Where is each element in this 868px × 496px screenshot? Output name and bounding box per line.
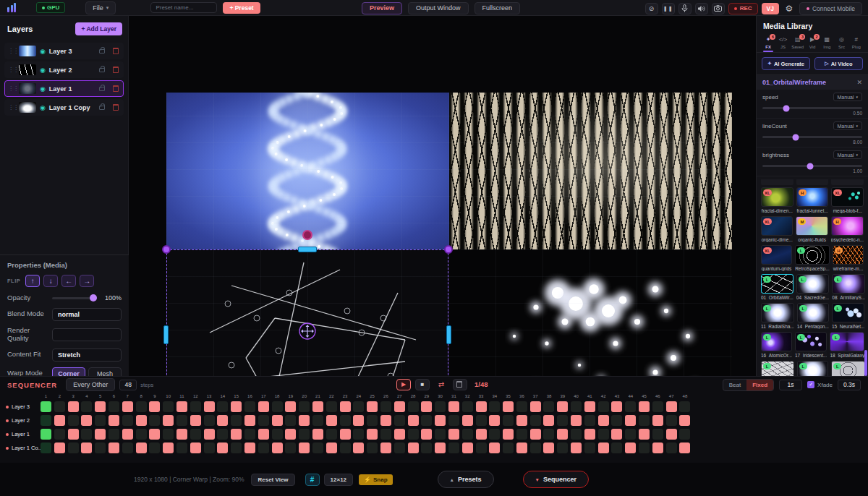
step-cell[interactable] [41, 415, 51, 426]
step-cell[interactable] [136, 442, 147, 453]
step-cell[interactable] [639, 442, 650, 453]
step-cell[interactable] [557, 442, 568, 453]
step-cell[interactable] [95, 415, 106, 426]
step-cell[interactable] [598, 401, 609, 412]
media-scrollbar[interactable] [864, 350, 867, 376]
step-cell[interactable] [476, 442, 487, 453]
step-cell[interactable] [204, 442, 215, 453]
opacity-slider[interactable] [52, 297, 97, 299]
step-cell[interactable] [571, 415, 582, 426]
step-cell[interactable] [516, 401, 527, 412]
step-cell[interactable] [258, 401, 269, 412]
loop-icon[interactable]: ⇄ [434, 379, 448, 390]
step-cell[interactable] [394, 415, 405, 426]
visibility-eye-icon[interactable]: ◉ [40, 85, 46, 93]
step-cell[interactable] [136, 415, 147, 426]
reset-view-button[interactable]: Reset View [251, 474, 294, 486]
param-mode-select[interactable]: Manual ▾ [833, 121, 862, 130]
render-quality-select[interactable] [52, 328, 122, 341]
content-fit-select[interactable]: Stretch [52, 349, 122, 362]
connect-mobile-button[interactable]: Connect Mobile [799, 2, 862, 15]
step-cell[interactable] [244, 442, 255, 453]
step-cell[interactable] [231, 442, 242, 453]
step-cell[interactable] [41, 401, 51, 412]
xfade-checkbox[interactable]: ✓ [807, 381, 814, 388]
flip-up-button[interactable]: ↑ [25, 275, 40, 287]
step-cell[interactable] [584, 401, 595, 412]
trash-icon[interactable] [113, 104, 119, 111]
step-cell[interactable] [380, 415, 391, 426]
step-cell[interactable] [122, 429, 133, 440]
step-cell[interactable] [435, 415, 446, 426]
media-item[interactable]: XLquantum-grids [761, 245, 792, 271]
step-cell[interactable] [639, 401, 650, 412]
speaker-icon[interactable] [695, 3, 708, 14]
warp-handle-top-right[interactable] [444, 245, 453, 254]
edge-handle-top-center[interactable] [298, 247, 317, 252]
drag-handle-icon[interactable]: ⋮⋮ [8, 104, 15, 111]
step-cell[interactable] [476, 401, 487, 412]
step-cell[interactable] [95, 429, 106, 440]
step-cell[interactable] [176, 415, 187, 426]
edge-handle-left[interactable] [163, 325, 169, 344]
step-cell[interactable] [231, 429, 242, 440]
xfade-duration-input[interactable] [838, 380, 861, 390]
grid-toggle-icon[interactable]: # [305, 474, 320, 486]
step-cell[interactable] [421, 401, 432, 412]
layer2-quadrant-moire[interactable] [449, 93, 732, 249]
step-cell[interactable] [394, 442, 405, 453]
media-item[interactable]: Hwireframe-m... [833, 245, 864, 271]
layer1-quadrant-wireframe[interactable] [166, 249, 449, 376]
media-item[interactable]: L22_FractalAto... [761, 361, 794, 376]
media-item[interactable]: XLmega-blob-f... [831, 187, 864, 213]
step-cell[interactable] [326, 401, 337, 412]
step-cell[interactable] [462, 442, 473, 453]
step-cell[interactable] [258, 415, 269, 426]
param-slider[interactable] [762, 165, 862, 167]
step-cell[interactable] [516, 415, 527, 426]
step-cell[interactable] [353, 415, 364, 426]
param-slider[interactable] [762, 107, 862, 109]
presets-drawer-button[interactable]: ▲ Presets [438, 471, 494, 488]
drag-handle-icon[interactable]: ⋮⋮ [8, 67, 15, 73]
step-cell[interactable] [340, 415, 351, 426]
step-cell[interactable] [81, 401, 92, 412]
step-cell[interactable] [530, 429, 541, 440]
step-cell[interactable] [408, 415, 419, 426]
step-cell[interactable] [625, 442, 636, 453]
step-cell[interactable] [176, 429, 187, 440]
step-cell[interactable] [163, 401, 174, 412]
step-cell[interactable] [109, 415, 119, 426]
file-menu-button[interactable]: File ▾ [85, 1, 116, 14]
step-cell[interactable] [625, 415, 636, 426]
step-cell[interactable] [584, 415, 595, 426]
step-cell[interactable] [489, 401, 500, 412]
step-cell[interactable] [68, 415, 79, 426]
step-cell[interactable] [176, 401, 187, 412]
step-cell[interactable] [435, 429, 446, 440]
step-cell[interactable] [41, 429, 51, 440]
step-cell[interactable] [299, 401, 310, 412]
step-cell[interactable] [312, 429, 323, 440]
step-cell[interactable] [408, 401, 419, 412]
step-cell[interactable] [571, 429, 582, 440]
media-item[interactable]: XLfractal-dimen... [761, 187, 793, 213]
step-cell[interactable] [652, 415, 663, 426]
step-cell[interactable] [530, 442, 541, 453]
step-cell[interactable] [312, 442, 323, 453]
step-cell[interactable] [149, 401, 160, 412]
step-cell[interactable] [367, 442, 378, 453]
step-cell[interactable] [81, 442, 92, 453]
record-button[interactable]: REC [728, 3, 758, 14]
step-cell[interactable] [408, 429, 419, 440]
flip-down-button[interactable]: ↓ [43, 275, 58, 287]
step-cell[interactable] [462, 429, 473, 440]
step-cell[interactable] [666, 429, 677, 440]
step-cell[interactable] [122, 415, 133, 426]
step-cell[interactable] [679, 429, 690, 440]
step-cell[interactable] [611, 415, 622, 426]
media-item[interactable]: L11_RadialSha... [761, 303, 794, 329]
opacity-slider-knob[interactable] [90, 294, 97, 302]
step-cell[interactable] [340, 429, 351, 440]
move-crosshair-icon[interactable] [298, 322, 317, 341]
